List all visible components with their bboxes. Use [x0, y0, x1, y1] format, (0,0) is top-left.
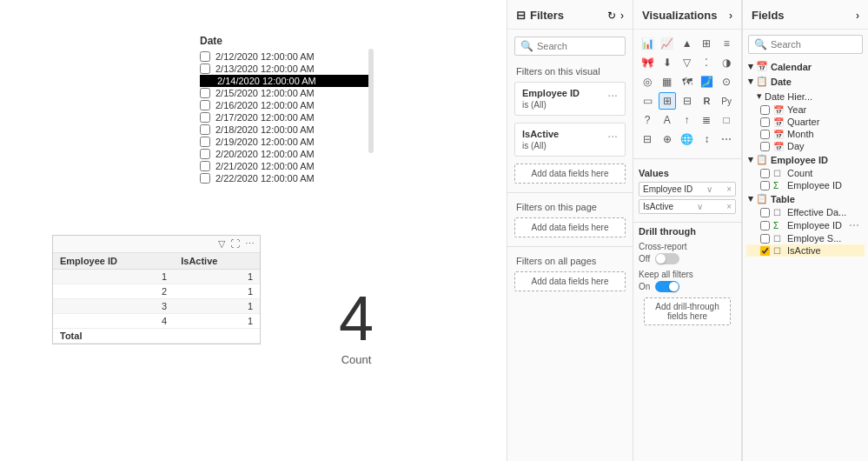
viz-ribbon-chart-icon[interactable]: 🎀: [639, 54, 656, 71]
field-item[interactable]: ΣEmployee ID⋯: [746, 218, 865, 232]
date-checkbox[interactable]: [200, 112, 210, 123]
viz-donut-icon[interactable]: ◎: [639, 73, 656, 90]
field-item[interactable]: 📅Year: [746, 104, 865, 116]
viz-web-icon[interactable]: 🌐: [679, 130, 696, 148]
viz-area-chart-icon[interactable]: ▲: [679, 35, 696, 52]
viz-combo-chart-icon[interactable]: ⊞: [698, 35, 715, 52]
date-item[interactable]: 2/21/2020 12:00:00 AM: [200, 160, 374, 172]
table-row[interactable]: 11: [53, 270, 260, 284]
date-item[interactable]: 2/14/2020 12:00:00 AM: [200, 75, 374, 87]
keep-filters-toggle[interactable]: [655, 281, 679, 292]
date-item[interactable]: 2/17/2020 12:00:00 AM: [200, 111, 374, 124]
date-checkbox[interactable]: [200, 137, 210, 147]
arrow-icon[interactable]: ›: [620, 10, 624, 22]
viz-qa-icon[interactable]: ?: [639, 111, 656, 129]
viz-more-icon[interactable]: ⋯: [718, 130, 735, 148]
date-checkbox[interactable]: [200, 124, 210, 135]
field-item[interactable]: 📅Month: [746, 128, 865, 140]
viz-matrix-icon[interactable]: ⊟: [679, 92, 696, 110]
date-checkbox[interactable]: [200, 63, 210, 74]
date-item[interactable]: 2/20/2020 12:00:00 AM: [200, 148, 374, 160]
date-item[interactable]: 2/16/2020 12:00:00 AM: [200, 99, 374, 111]
empid-dropdown-chevron[interactable]: ∨: [706, 184, 712, 194]
date-item[interactable]: 2/12/2020 12:00:00 AM: [200, 50, 374, 63]
refresh-icon[interactable]: ↻: [607, 10, 616, 22]
viz-scatter-icon[interactable]: ⁚: [698, 54, 715, 71]
add-page-data-btn[interactable]: Add data fields here: [514, 217, 626, 237]
date-item[interactable]: 2/13/2020 12:00:00 AM: [200, 63, 374, 75]
date-checkbox[interactable]: [200, 51, 210, 62]
viz-py-icon[interactable]: Py: [718, 92, 735, 110]
viz-map-icon[interactable]: 🗺: [679, 73, 696, 90]
cross-report-toggle[interactable]: [655, 253, 679, 264]
on-page-label: Filters on this page: [507, 198, 633, 214]
filter-icon[interactable]: ▽: [218, 238, 225, 250]
viz-slicer-icon[interactable]: ≣: [698, 111, 715, 129]
isactive-dropdown-x[interactable]: ×: [726, 202, 732, 211]
field-item[interactable]: ☐Effective Da...: [746, 206, 865, 218]
viz-funnel-icon[interactable]: ▽: [679, 54, 696, 71]
add-drill-btn[interactable]: Add drill-through fields here: [644, 297, 731, 325]
subgroup-header[interactable]: ▾Date Hier...: [746, 89, 865, 104]
viz-R-icon[interactable]: R: [698, 92, 715, 110]
empid-dropdown-x[interactable]: ×: [726, 184, 732, 194]
field-group-header[interactable]: ▾📋Employee ID: [746, 152, 865, 167]
viz-shape-icon[interactable]: □: [718, 111, 735, 129]
viz-smart-narr-icon[interactable]: A: [659, 111, 676, 129]
viz-filled-map-icon[interactable]: 🗾: [698, 73, 715, 90]
field-group-header[interactable]: ▾📋Date: [746, 74, 865, 89]
search-icon: 🔍: [520, 40, 533, 52]
fields-expand-icon[interactable]: ›: [856, 10, 859, 22]
add-visual-data-btn[interactable]: Add data fields here: [514, 164, 626, 184]
table-row[interactable]: 31: [53, 299, 260, 314]
viz-gauge-icon[interactable]: ⊙: [718, 73, 735, 90]
field-item[interactable]: ☐Count: [746, 167, 865, 179]
viz-pie-icon[interactable]: ◑: [718, 54, 735, 71]
date-checkbox[interactable]: [200, 173, 210, 184]
date-item[interactable]: 2/18/2020 12:00:00 AM: [200, 124, 374, 136]
viz-card-icon[interactable]: ▭: [639, 92, 656, 110]
field-item[interactable]: 📅Quarter: [746, 116, 865, 128]
date-checkbox[interactable]: [200, 161, 210, 171]
date-checkbox[interactable]: [200, 100, 210, 110]
viz-filter-icon2[interactable]: ⊟: [639, 130, 656, 148]
empid-dropdown[interactable]: Employee ID ∨ ×: [639, 182, 736, 197]
date-scrollbar[interactable]: [368, 49, 374, 153]
field-item[interactable]: ☐Employe S...: [746, 232, 865, 244]
filter-card-dots-2[interactable]: ···: [607, 129, 618, 143]
fields-list: ▾📅Calendar▾📋Date▾Date Hier...📅Year📅Quart…: [743, 59, 868, 257]
viz-waterfall-icon[interactable]: ⬇: [659, 54, 676, 71]
fields-search-input[interactable]: [771, 39, 857, 50]
viz-bar-chart-icon[interactable]: 📊: [639, 35, 656, 52]
filters-search-box[interactable]: 🔍: [514, 37, 626, 56]
viz-table-icon[interactable]: ⊞: [659, 92, 676, 110]
expand-icon[interactable]: ⛶: [230, 238, 240, 250]
viz-line-chart-icon[interactable]: 📈: [659, 35, 676, 52]
fields-search-box[interactable]: 🔍: [748, 35, 863, 54]
field-item-dots[interactable]: ⋯: [849, 219, 859, 231]
isactive-dropdown[interactable]: IsActive ∨ ×: [639, 199, 736, 214]
field-item[interactable]: ΣEmployee ID: [746, 179, 865, 191]
viz-decomp-icon[interactable]: ↕: [698, 130, 715, 148]
date-checkbox[interactable]: [200, 88, 210, 98]
table-row[interactable]: 21: [53, 284, 260, 299]
viz-expand-icon[interactable]: ›: [729, 10, 732, 22]
date-item[interactable]: 2/15/2020 12:00:00 AM: [200, 87, 374, 99]
add-allpages-data-btn[interactable]: Add data fields here: [514, 271, 626, 291]
field-item[interactable]: 📅Day: [746, 140, 865, 152]
viz-kpi-icon[interactable]: ↑: [679, 111, 696, 129]
field-group-header[interactable]: ▾📅Calendar: [746, 59, 865, 74]
date-checkbox[interactable]: [200, 149, 210, 159]
viz-custom1-icon[interactable]: ⊕: [659, 130, 676, 148]
date-item[interactable]: 2/22/2020 12:00:00 AM: [200, 172, 374, 184]
field-item[interactable]: ☐IsActive: [746, 244, 865, 257]
table-row[interactable]: 41: [53, 314, 260, 329]
more-icon[interactable]: ⋯: [245, 238, 255, 250]
date-item[interactable]: 2/19/2020 12:00:00 AM: [200, 136, 374, 148]
viz-treemap-icon[interactable]: ▦: [659, 73, 676, 90]
viz-stacked-bar-icon[interactable]: ≡: [718, 35, 735, 52]
isactive-dropdown-chevron[interactable]: ∨: [697, 202, 703, 211]
field-group-header[interactable]: ▾📋Table: [746, 191, 865, 206]
filter-card-dots-1[interactable]: ···: [607, 88, 618, 102]
filters-search-input[interactable]: [537, 41, 620, 51]
